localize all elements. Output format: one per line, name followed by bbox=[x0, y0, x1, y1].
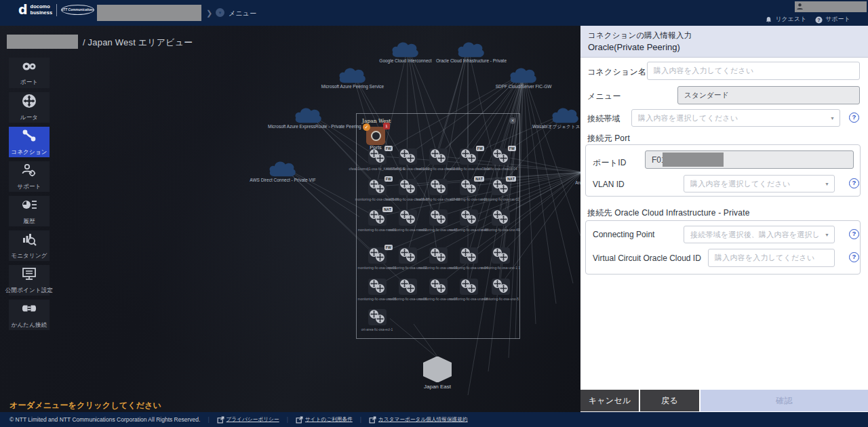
connecting-point-select[interactable]: 接続帯域を選択後、購入内容を選択してくださ▼ bbox=[684, 226, 835, 243]
router-icon bbox=[20, 93, 38, 112]
sidebar-item-label: ポート bbox=[20, 79, 39, 87]
sidebar-item-router[interactable]: ルータ bbox=[9, 92, 50, 123]
bandwidth-help-icon[interactable]: ? bbox=[849, 113, 859, 123]
network-node[interactable]: FW bbox=[492, 148, 510, 165]
network-node[interactable]: NAT bbox=[368, 209, 387, 226]
menu-circle-icon[interactable]: ▼ bbox=[216, 8, 224, 17]
node-badge: FW bbox=[508, 146, 516, 151]
page-footer: © NTT Limited and NTT Communications Cor… bbox=[0, 412, 868, 427]
network-node[interactable] bbox=[399, 279, 417, 295]
sidebar-item-history[interactable]: 履歴 bbox=[9, 196, 50, 226]
network-node[interactable] bbox=[460, 247, 478, 264]
network-node[interactable]: FW bbox=[368, 148, 387, 165]
oracle-cloud-id-help-icon[interactable]: ? bbox=[849, 252, 859, 262]
terms-link[interactable]: サイトのご利用条件 bbox=[296, 416, 353, 424]
node-label: monitoring-fic-osa-uno-49 bbox=[481, 228, 520, 232]
cloud-node[interactable]: Arcstar Universal One bbox=[556, 161, 580, 185]
cloud-node[interactable]: Wasabiオブジェクトストレージ bbox=[525, 105, 580, 130]
sidebar-item-public-point[interactable]: 公開ポイント設定 bbox=[9, 265, 50, 296]
cloud-node[interactable]: Microsoft Azure ExpressRoute - Private P… bbox=[268, 105, 349, 129]
cloud-label: AWS Direct Connect - Private VIF bbox=[242, 178, 323, 182]
cloud-node[interactable]: AWS Direct Connect - Private VIF bbox=[242, 159, 323, 182]
connection-name-input[interactable]: 購入内容を入力してください bbox=[647, 62, 860, 80]
network-node[interactable] bbox=[399, 179, 417, 195]
sidebar-menu: ポートルータコネクションサポート履歴モニタリング公開ポイント設定かんたん接続 bbox=[9, 58, 50, 330]
node-label: monitoring-fic-osa-uno-5 bbox=[482, 297, 519, 301]
node-badge: NAT bbox=[474, 176, 484, 182]
bandwidth-select[interactable]: 購入内容を選択してください▼ bbox=[631, 109, 840, 127]
bell-icon bbox=[765, 16, 772, 24]
confirm-button[interactable]: 確認 bbox=[701, 390, 868, 411]
close-icon[interactable]: ✕ bbox=[509, 117, 516, 124]
sidebar-item-easy-connect[interactable]: かんたん接続 bbox=[9, 300, 50, 330]
person-icon bbox=[796, 3, 804, 10]
ports-alert-badge: 1 bbox=[383, 123, 390, 129]
redacted-account-box[interactable] bbox=[795, 1, 867, 12]
network-node[interactable] bbox=[460, 279, 478, 295]
network-node[interactable] bbox=[429, 247, 448, 264]
network-node[interactable] bbox=[399, 247, 417, 264]
network-node[interactable] bbox=[492, 279, 510, 295]
network-node[interactable] bbox=[399, 148, 417, 165]
connection-icon bbox=[20, 127, 38, 146]
cloud-node[interactable]: SDPF Cloud/Server FIC-GW bbox=[483, 65, 564, 89]
network-node[interactable] bbox=[429, 209, 448, 226]
brand-text: docomobusiness bbox=[31, 4, 53, 16]
network-node[interactable]: NAT bbox=[492, 179, 510, 195]
chevron-down-icon: ▼ bbox=[830, 116, 835, 121]
connecting-point-help-icon[interactable]: ? bbox=[849, 229, 859, 239]
redacted-port-id bbox=[663, 152, 724, 167]
node-label: monitoring-fic-osa-nat-02 bbox=[481, 197, 519, 201]
node-badge: NAT bbox=[506, 176, 516, 182]
ports-node[interactable]: ✓ 1 Ports bbox=[366, 127, 385, 145]
docomo-d-icon: d bbox=[18, 3, 28, 16]
top-header: d docomobusiness NTT Communications ❯ ▼ … bbox=[0, 0, 868, 26]
cloud-label: Wasabiオブジェクトストレージ bbox=[525, 124, 580, 130]
sidebar-item-port[interactable]: ポート bbox=[9, 58, 50, 88]
privacy-policy-link[interactable]: プライバシーポリシー bbox=[217, 416, 279, 424]
oracle-cloud-id-label: Virtual Circuit Oracle Cloud ID bbox=[593, 253, 701, 263]
network-node[interactable] bbox=[492, 209, 510, 226]
sidebar-item-support[interactable]: サポート bbox=[9, 161, 50, 192]
sidebar-item-connection[interactable]: コネクション bbox=[9, 127, 50, 157]
request-link[interactable]: リクエスト bbox=[765, 16, 806, 24]
ports-label: Ports bbox=[363, 144, 388, 150]
ntt-communications-logo: NTT Communications bbox=[61, 5, 94, 15]
vlan-id-help-icon[interactable]: ? bbox=[849, 178, 859, 188]
network-node[interactable]: NAT bbox=[460, 179, 478, 195]
node-label: osa-fic-osa-cfwa03-04 bbox=[484, 167, 517, 171]
source-port-section-label: 接続元 Port bbox=[587, 133, 630, 144]
network-node[interactable] bbox=[368, 279, 387, 295]
brand-separator bbox=[56, 4, 57, 16]
chevron-down-icon: ▼ bbox=[825, 232, 829, 237]
node-badge: FW bbox=[384, 176, 393, 182]
network-node[interactable]: FW bbox=[368, 247, 387, 264]
network-node[interactable] bbox=[429, 179, 448, 195]
vlan-id-select[interactable]: 購入内容を選択してください▼ bbox=[684, 175, 835, 192]
chevron-down-icon: ▼ bbox=[825, 182, 829, 186]
network-node[interactable] bbox=[399, 209, 417, 226]
back-button[interactable]: 戻る bbox=[640, 390, 699, 411]
svg-text:?: ? bbox=[818, 16, 821, 22]
network-node[interactable]: FW bbox=[368, 179, 387, 195]
cloud-icon bbox=[508, 65, 539, 84]
personal-info-link[interactable]: カスタマーポータル個人情報保護規約 bbox=[369, 416, 468, 424]
easy-connect-icon bbox=[20, 300, 38, 319]
network-node[interactable] bbox=[429, 148, 448, 165]
network-node[interactable] bbox=[460, 209, 478, 226]
cancel-button[interactable]: キャンセル bbox=[580, 390, 639, 411]
network-node[interactable] bbox=[492, 247, 510, 264]
monitoring-icon bbox=[20, 231, 38, 250]
cloud-node[interactable]: Oracle Cloud Infrastructure - Private bbox=[431, 39, 512, 63]
network-node[interactable] bbox=[368, 309, 387, 325]
panel-subtitle: Oracle(Private Peering) bbox=[588, 41, 861, 53]
dest-section-label: 接続先 Oracle Cloud Infrastructure - Privat… bbox=[587, 207, 750, 219]
oracle-cloud-id-input[interactable]: 購入内容を入力してください bbox=[708, 249, 835, 267]
menu-button[interactable]: メニュー bbox=[229, 9, 257, 18]
network-node[interactable]: FW bbox=[460, 148, 478, 165]
sidebar-item-monitoring[interactable]: モニタリング bbox=[9, 230, 50, 261]
docomo-business-logo[interactable]: d docomobusiness NTT Communications bbox=[18, 3, 94, 16]
cloud-node[interactable]: Microsoft Azure Peering Service bbox=[312, 65, 393, 89]
network-node[interactable] bbox=[429, 279, 448, 295]
support-link[interactable]: ? サポート bbox=[815, 16, 850, 24]
